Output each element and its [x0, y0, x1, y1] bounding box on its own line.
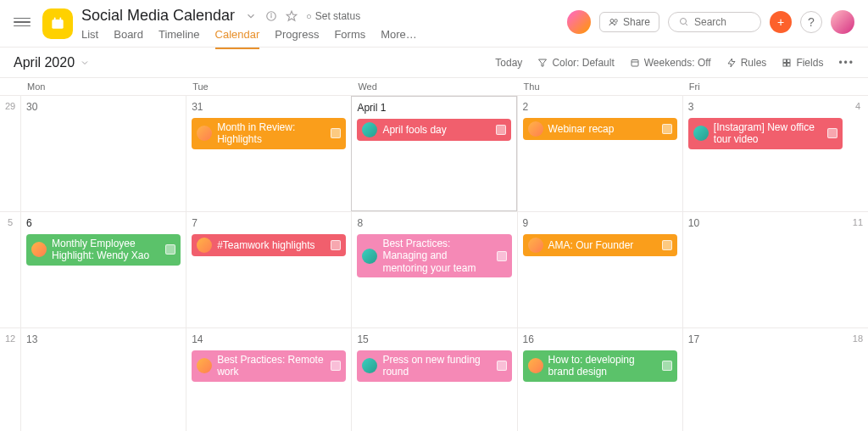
day-number: 15 — [357, 333, 511, 345]
calendar-card[interactable]: Best Practices: Remote work — [192, 350, 346, 382]
add-button[interactable]: + — [770, 11, 792, 33]
card-title: Monthly Employee Highlight: Wendy Xao — [52, 238, 160, 262]
day-cell[interactable]: 16How to: developing brand design — [517, 328, 682, 431]
lightning-icon — [726, 58, 737, 68]
weekends-toggle[interactable]: Weekends: Off — [630, 57, 711, 69]
day-cell[interactable]: 15Press on new funding round — [351, 328, 516, 431]
search-icon — [679, 17, 689, 27]
fields-button[interactable]: Fields — [782, 57, 823, 69]
card-chip-icon — [331, 361, 341, 371]
today-button[interactable]: Today — [495, 57, 522, 69]
day-cell[interactable]: 31Month in Review: Highlights — [186, 96, 351, 211]
day-number: 16 — [523, 333, 677, 345]
search-input[interactable] — [694, 16, 745, 28]
day-cell[interactable]: 14Best Practices: Remote work — [186, 328, 351, 431]
calendar-card[interactable]: Webinar recap — [523, 118, 677, 140]
calendar-card[interactable]: [Instagram] New office tour video — [688, 118, 843, 149]
calendar-card[interactable]: AMA: Our Founder — [523, 234, 677, 256]
card-title: Webinar recap — [548, 123, 657, 135]
calendar-icon — [630, 58, 640, 68]
star-icon[interactable] — [286, 9, 298, 23]
day-cell[interactable]: 30 — [20, 96, 186, 211]
day-cell[interactable]: April 1April fools day — [351, 96, 516, 211]
rules-button[interactable]: Rules — [726, 57, 767, 69]
day-cell[interactable]: 13 — [20, 328, 186, 431]
search-box[interactable] — [668, 12, 761, 32]
card-avatar — [197, 126, 212, 141]
day-headers: MonTueWedThuFri — [0, 78, 868, 96]
calendar-card[interactable]: Best Practices: Managing and mentoring y… — [357, 234, 511, 277]
week-row: 293031Month in Review: HighlightsApril 1… — [0, 96, 868, 212]
svg-rect-16 — [787, 59, 791, 63]
tab-timeline[interactable]: Timeline — [159, 28, 200, 49]
calendar-card[interactable]: #Teamwork highlights — [192, 234, 346, 256]
calendar-card[interactable]: Monthly Employee Highlight: Wendy Xao — [26, 234, 181, 266]
tab-more[interactable]: More… — [381, 28, 417, 49]
calendar-card[interactable]: Month in Review: Highlights — [192, 118, 346, 149]
week-row: 56Monthly Employee Highlight: Wendy Xao7… — [0, 212, 868, 328]
tab-board[interactable]: Board — [114, 28, 143, 49]
set-status-button[interactable]: Set status — [306, 10, 360, 22]
app-header: Social Media Calendar Set status ListBoa… — [0, 0, 868, 48]
day-cell[interactable]: 6Monthly Employee Highlight: Wendy Xao — [20, 212, 186, 327]
tab-progress[interactable]: Progress — [275, 28, 319, 49]
day-cell[interactable]: 7#Teamwork highlights — [186, 212, 351, 327]
header-actions: Share + ? — [567, 10, 854, 34]
week-gutter-left: 29 — [0, 96, 20, 211]
project-block: Social Media Calendar Set status ListBoa… — [81, 7, 417, 49]
month-picker-icon[interactable] — [80, 57, 90, 69]
day-cell[interactable]: 3[Instagram] New office tour video — [682, 96, 848, 211]
tab-forms[interactable]: Forms — [334, 28, 365, 49]
day-cell[interactable]: 8Best Practices: Managing and mentoring … — [351, 212, 516, 327]
grid-icon — [782, 58, 792, 68]
svg-rect-15 — [783, 59, 787, 63]
user-avatar[interactable] — [831, 10, 854, 34]
day-header: Wed — [351, 78, 516, 95]
card-chip-icon — [331, 240, 341, 250]
svg-rect-17 — [783, 63, 787, 66]
day-header: Mon — [20, 78, 186, 95]
svg-rect-0 — [52, 20, 63, 29]
project-title[interactable]: Social Media Calendar — [81, 7, 235, 25]
day-cell[interactable]: 10 — [682, 212, 848, 327]
view-tabs: ListBoardTimelineCalendarProgressFormsMo… — [81, 28, 417, 49]
svg-marker-11 — [539, 59, 547, 66]
calendar-card[interactable]: How to: developing brand design — [523, 350, 677, 382]
card-avatar — [31, 242, 47, 257]
help-button[interactable]: ? — [800, 11, 822, 33]
card-title: AMA: Our Founder — [548, 239, 657, 251]
day-cell[interactable]: 2Webinar recap — [517, 96, 682, 211]
card-avatar — [528, 238, 543, 253]
card-chip-icon — [497, 251, 507, 261]
info-icon[interactable] — [265, 9, 277, 23]
menu-icon[interactable] — [14, 14, 31, 31]
svg-point-5 — [271, 14, 272, 14]
card-title: April fools day — [382, 124, 490, 136]
more-menu-icon[interactable]: ••• — [838, 57, 854, 69]
svg-marker-6 — [287, 11, 297, 20]
card-avatar — [528, 358, 543, 373]
day-number: 9 — [523, 217, 677, 229]
day-number: 30 — [26, 101, 181, 113]
calendar-card[interactable]: Press on new funding round — [357, 350, 511, 382]
day-cell[interactable]: 9AMA: Our Founder — [517, 212, 682, 327]
day-cell[interactable]: 17 — [682, 328, 848, 431]
chevron-down-icon[interactable] — [245, 9, 257, 23]
calendar-card[interactable]: April fools day — [357, 119, 510, 141]
week-row: 121314Best Practices: Remote work15Press… — [0, 328, 868, 431]
svg-rect-2 — [60, 18, 62, 20]
tab-calendar[interactable]: Calendar — [215, 28, 260, 49]
card-chip-icon — [165, 244, 175, 255]
svg-marker-14 — [728, 59, 735, 67]
week-gutter-right: 11 — [848, 212, 868, 327]
share-button[interactable]: Share — [599, 12, 659, 32]
svg-point-7 — [610, 20, 614, 23]
avatar[interactable] — [567, 10, 591, 34]
card-chip-icon — [496, 125, 506, 135]
week-gutter-left: 5 — [0, 212, 20, 327]
tab-list[interactable]: List — [81, 28, 98, 49]
color-filter[interactable]: Color: Default — [537, 57, 614, 69]
card-chip-icon — [662, 240, 672, 250]
month-label[interactable]: April 2020 — [14, 55, 75, 70]
card-title: Best Practices: Remote work — [217, 354, 326, 378]
